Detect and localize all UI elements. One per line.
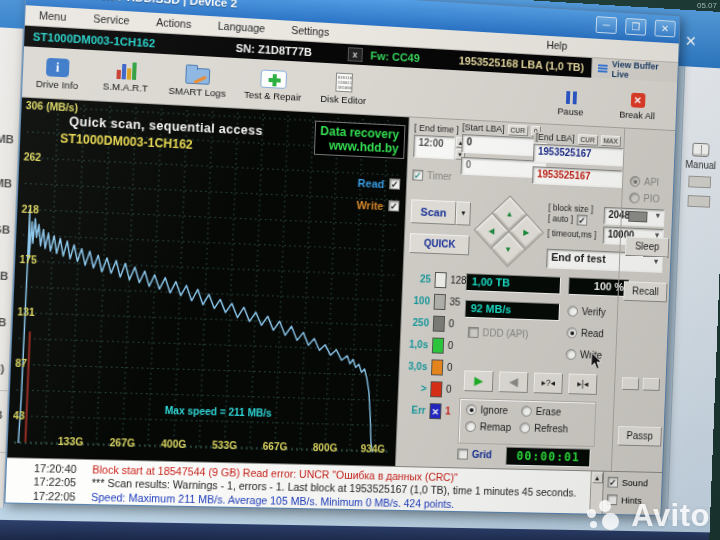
- defect-action-group: Ignore Erase Remap Refresh: [458, 398, 597, 447]
- elapsed-time-display: 00:00:01: [505, 447, 590, 468]
- read-radio[interactable]: [566, 327, 577, 338]
- timer-checkbox[interactable]: [412, 169, 423, 180]
- speed-display: 92 MB/s: [465, 300, 560, 321]
- stat-count: 0: [446, 383, 452, 394]
- smart-button[interactable]: S.M.A.R.T: [93, 53, 159, 101]
- stat-block-1: [434, 294, 446, 310]
- drive-firmware: Fw: CC49: [362, 49, 451, 66]
- close-button[interactable]: ✕: [654, 20, 675, 38]
- write-checkbox[interactable]: [388, 201, 399, 212]
- pause-button[interactable]: Pause: [540, 77, 601, 123]
- control-panel: [ End time ] 12:00 ▴ ▾ Timer [Start LBA]…: [396, 117, 675, 471]
- hints-checkbox[interactable]: [607, 494, 618, 505]
- smart-logs-button[interactable]: SMART Logs: [161, 56, 234, 104]
- verify-radio[interactable]: [567, 305, 578, 316]
- start-lba-cur-button[interactable]: CUR: [507, 124, 528, 136]
- menu-item-menu[interactable]: Menu: [25, 9, 80, 24]
- scan-dropdown-button[interactable]: ▾: [456, 201, 472, 225]
- green-cross-icon: [260, 69, 287, 89]
- clipped-label: GB: [0, 269, 9, 282]
- bg-close-icon[interactable]: ✕: [685, 33, 697, 48]
- disk-editor-button[interactable]: 010110 110011 101000 Disk Editor: [312, 65, 375, 112]
- bg-small-button[interactable]: [687, 195, 710, 208]
- timer-label: Timer: [427, 170, 452, 182]
- end-lba-cur-button[interactable]: CUR: [577, 134, 598, 146]
- ddd-api-checkbox[interactable]: [468, 327, 479, 338]
- small-button-2[interactable]: [643, 378, 661, 391]
- ddd-api-label: DDD (API): [482, 327, 528, 339]
- end-time-input[interactable]: 12:00: [413, 135, 455, 160]
- grid-checkbox[interactable]: [457, 448, 468, 459]
- end-lba-current: 1953525167: [532, 166, 623, 188]
- seek-end-button[interactable]: ▸|◂: [568, 373, 597, 394]
- clipped-label: MB: [0, 132, 14, 145]
- percent-display: 100: [594, 280, 612, 292]
- menu-item-service[interactable]: Service: [80, 12, 143, 28]
- stat-count: 0: [448, 340, 454, 351]
- refresh-radio[interactable]: [520, 422, 531, 433]
- end-lba-input[interactable]: 1953525167: [533, 143, 624, 166]
- pio-radio[interactable]: [629, 192, 640, 203]
- end-time-label: [ End time ]: [414, 123, 459, 135]
- ignore-radio[interactable]: [466, 404, 477, 415]
- infobar-x-button[interactable]: x: [347, 47, 362, 62]
- small-button-1[interactable]: [622, 377, 640, 390]
- menu-item-help[interactable]: Help: [534, 38, 580, 52]
- menu-item-language[interactable]: Language: [204, 19, 278, 35]
- maximize-button[interactable]: ❐: [625, 18, 646, 36]
- stat-count: 1: [445, 405, 451, 416]
- passp-button[interactable]: Passp: [618, 426, 662, 447]
- stat-block-4: [431, 359, 443, 375]
- erase-label: Erase: [536, 406, 562, 418]
- timeout-label: [ timeout,ms ]: [547, 228, 596, 240]
- break-all-button[interactable]: ✕ Break All: [607, 81, 667, 127]
- auto-label: [ auto ]: [548, 214, 573, 225]
- sleep-button[interactable]: Sleep: [625, 236, 669, 257]
- erase-radio[interactable]: [521, 406, 532, 417]
- pause-icon: [565, 84, 576, 104]
- end-lba-max-button[interactable]: MAX: [600, 135, 621, 147]
- x-axis-label: 267G: [105, 437, 140, 449]
- options-panel: Sound Hints: [602, 471, 662, 515]
- manual-button[interactable]: Manual: [685, 142, 717, 171]
- ignore-label: Ignore: [480, 404, 508, 416]
- write-radio[interactable]: [566, 349, 577, 360]
- menu-item-settings[interactable]: Settings: [278, 24, 342, 40]
- block-size-label: [ block size ]: [548, 202, 593, 214]
- scan-button[interactable]: Scan: [410, 199, 456, 225]
- api-radio[interactable]: [630, 176, 641, 187]
- drive-info-button[interactable]: i Drive Info: [24, 49, 90, 97]
- stat-block-5: [430, 381, 442, 397]
- remap-radio[interactable]: [465, 421, 476, 432]
- read-checkbox[interactable]: [389, 179, 400, 190]
- down-arrow-icon: ▼: [495, 237, 521, 264]
- back-button[interactable]: ◀: [499, 371, 529, 393]
- manual-label: Manual: [685, 159, 716, 171]
- bg-small-button[interactable]: [688, 176, 711, 189]
- verify-label: Verify: [582, 306, 606, 318]
- hints-label: Hints: [621, 494, 642, 505]
- auto-checkbox[interactable]: [577, 214, 588, 225]
- navigation-pad: ▲ ◀ ▶ ▼: [477, 198, 541, 264]
- read-label: Read: [581, 328, 604, 340]
- toolbar-label: Break All: [619, 109, 655, 122]
- recall-button[interactable]: Recall: [623, 281, 667, 302]
- x-axis-label: 934G: [356, 443, 390, 455]
- test-repair-button[interactable]: Test & Repair: [236, 61, 309, 109]
- y-axis-label: 262: [24, 151, 42, 163]
- minimize-button[interactable]: ─: [596, 17, 618, 35]
- quick-button[interactable]: QUICK: [409, 233, 469, 255]
- drive-info-icon: i: [46, 58, 70, 78]
- stat-count: 0: [448, 318, 454, 329]
- menu-item-actions[interactable]: Actions: [143, 16, 205, 32]
- end-lba-label: [End LBA]: [536, 132, 575, 144]
- read-checkbox-label: Read: [357, 177, 384, 190]
- sound-checkbox[interactable]: [607, 476, 618, 487]
- start-test-button[interactable]: ▶: [464, 370, 494, 392]
- seek-error-button[interactable]: ▸?◂: [533, 372, 563, 394]
- y-axis-label: 43: [13, 410, 25, 422]
- toolbar-label: Disk Editor: [320, 93, 366, 106]
- scroll-up-icon[interactable]: ▲: [592, 472, 603, 483]
- refresh-label: Refresh: [534, 423, 568, 435]
- clipped-label: MB: [0, 315, 7, 328]
